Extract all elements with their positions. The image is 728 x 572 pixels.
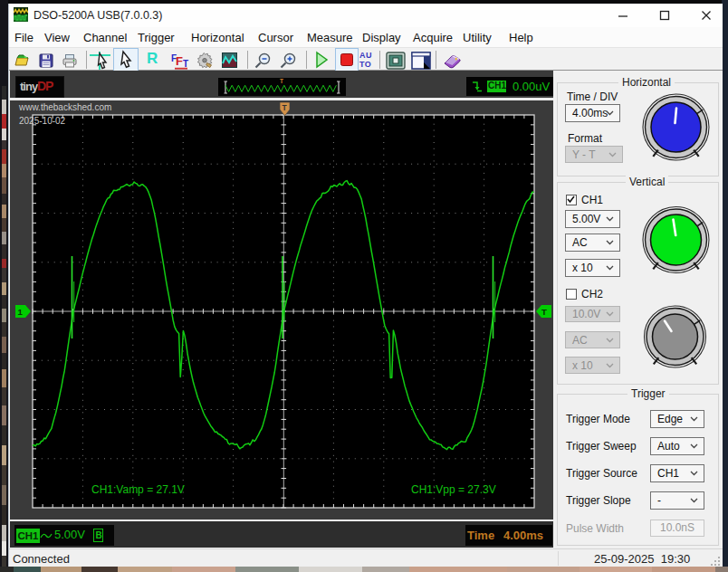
svg-text:CH1:Vpp = 27.3V: CH1:Vpp = 27.3V — [411, 483, 496, 496]
svg-text:F: F — [176, 54, 183, 68]
svg-text:2025-10-02: 2025-10-02 — [19, 116, 66, 126]
svg-text:T: T — [283, 103, 288, 112]
svg-text:CH1:Vamp = 27.1V: CH1:Vamp = 27.1V — [91, 483, 185, 496]
svg-text:1: 1 — [18, 307, 24, 317]
svg-text:T: T — [183, 59, 188, 69]
svg-text:T: T — [541, 307, 547, 317]
svg-text:www.thebackshed.com: www.thebackshed.com — [18, 102, 111, 112]
svg-text:T: T — [280, 78, 283, 84]
